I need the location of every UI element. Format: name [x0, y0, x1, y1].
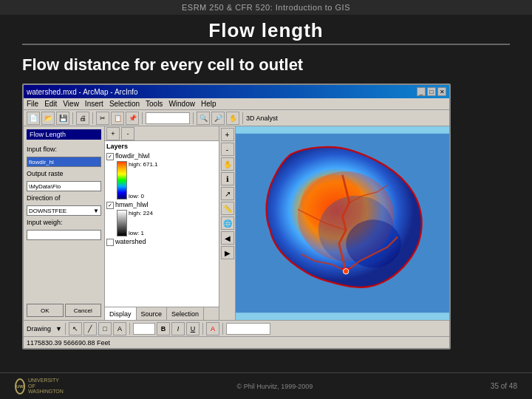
- nav-globe-btn[interactable]: 🌐: [221, 216, 234, 230]
- toolbar-sep4: [193, 112, 194, 124]
- toolbar-sep5: [242, 112, 243, 124]
- course-bar: ESRM 250 & CFR 520: Introduction to GIS: [0, 0, 532, 15]
- nav-back-btn[interactable]: ◀: [221, 231, 234, 245]
- nav-zoom-in-btn[interactable]: +: [221, 128, 234, 141]
- subtitle-section: Flow distance for every cell to outlet: [0, 45, 532, 81]
- font-underline-btn[interactable]: U: [186, 322, 200, 335]
- arcmap-drawbar: Drawing ▼ ↖ ╱ □ A 10 B I U A Arial: [24, 320, 449, 336]
- toolbar-print[interactable]: 🖨: [76, 112, 89, 125]
- ok-button[interactable]: OK: [27, 304, 64, 317]
- font-name-input[interactable]: Arial: [226, 323, 270, 335]
- arcmap-menubar: File Edit View Insert Selection Tools Wi…: [24, 98, 449, 110]
- svg-point-4: [346, 219, 401, 267]
- output-raster-label: Output raste: [27, 170, 101, 177]
- direction-dropdown[interactable]: DOWNSTFEE ▼: [27, 205, 101, 216]
- flowdir-low-label: low: 0: [129, 193, 158, 200]
- svg-point-6: [343, 269, 348, 274]
- nav-select-btn[interactable]: ↗: [221, 187, 234, 200]
- university-logo: UW UNIVERSITY OF WASHINGTON: [15, 378, 59, 395]
- toc-tab-display[interactable]: Display: [105, 307, 137, 320]
- font-bold-btn[interactable]: B: [157, 322, 170, 335]
- nav-pan-btn[interactable]: ✋: [221, 157, 234, 171]
- input-flow-value[interactable]: flowdir_hl: [27, 157, 101, 167]
- slide-container: ESRM 250 & CFR 520: Introduction to GIS …: [0, 0, 532, 399]
- toolbar-open[interactable]: 📂: [41, 112, 55, 125]
- cancel-button[interactable]: Cancel: [65, 304, 102, 317]
- toolbar-pan[interactable]: ✋: [226, 112, 239, 125]
- arcmap-window-controls: _ □ ✕: [417, 87, 446, 96]
- font-italic-btn[interactable]: I: [171, 322, 185, 335]
- output-raster-value[interactable]: \MyData\Flo: [27, 181, 101, 191]
- minimize-button[interactable]: _: [417, 87, 426, 96]
- map-area: [236, 126, 449, 320]
- scale-input[interactable]: 1:57,024: [146, 112, 190, 124]
- toolbar-sep2: [92, 112, 93, 124]
- toolbar-zoom-in[interactable]: 🔍: [197, 112, 210, 125]
- toc-content: Layers ✓ flowdir_hlwl high: 671.1: [105, 141, 219, 307]
- input-flow-label: Input flow:: [27, 146, 101, 153]
- toc-layer-name-flowdir: flowdir_hlwl: [115, 152, 158, 160]
- weight-label: Input weigh:: [27, 219, 101, 226]
- toolbar-new[interactable]: 📄: [27, 112, 40, 125]
- footer-page: 35 of 48: [491, 382, 517, 390]
- nav-buttons-panel: + - ✋ ℹ ↗ 📏 🌐 ◀ ▶: [219, 126, 236, 320]
- arcmap-statusbar: 1175830.39 566690.88 Feet: [24, 336, 449, 348]
- toolbar-zoom-out[interactable]: 🔎: [211, 112, 225, 125]
- toolbar-paste[interactable]: 📌: [126, 112, 139, 125]
- toolbar-copy[interactable]: 📋: [111, 112, 124, 125]
- toc-checkbox-hmwn[interactable]: ✓: [106, 202, 114, 209]
- nav-forward-btn[interactable]: ▶: [221, 246, 234, 259]
- menu-selection[interactable]: Selection: [109, 100, 140, 108]
- arcmap-title: watershed.mxd - ArcMap - ArcInfo: [27, 88, 138, 96]
- arcmap-window: watershed.mxd - ArcMap - ArcInfo _ □ ✕ F…: [22, 83, 451, 349]
- weight-input[interactable]: [27, 230, 101, 240]
- toc-panel: + - Layers ✓ flowdir_hlwl: [105, 126, 219, 320]
- toc-layer-watershed: watershed: [106, 238, 217, 246]
- maximize-button[interactable]: □: [427, 87, 436, 96]
- menu-insert[interactable]: Insert: [85, 100, 103, 108]
- toolbar-sep3: [142, 112, 143, 124]
- draw-line-btn[interactable]: ╱: [83, 322, 97, 335]
- menu-view[interactable]: View: [63, 100, 79, 108]
- menu-window[interactable]: Window: [168, 100, 195, 108]
- panel-buttons: OK Cancel: [27, 304, 101, 317]
- slide-footer: UW UNIVERSITY OF WASHINGTON © Phil Hurvi…: [0, 372, 532, 399]
- draw-rect-btn[interactable]: □: [98, 322, 112, 335]
- menu-file[interactable]: File: [27, 100, 38, 108]
- nav-measure-btn[interactable]: 📏: [221, 202, 234, 215]
- nav-identify-btn[interactable]: ℹ: [221, 172, 234, 185]
- toc-checkbox-flowdir[interactable]: ✓: [106, 153, 114, 160]
- logo-circle: UW: [15, 378, 25, 395]
- draw-dropdown-arrow[interactable]: ▼: [55, 325, 62, 332]
- close-button[interactable]: ✕: [437, 87, 446, 96]
- watershed-map: [236, 126, 449, 320]
- toc-checkbox-watershed[interactable]: [106, 239, 114, 246]
- toc-remove-btn[interactable]: -: [121, 127, 134, 140]
- toc-layer-flowdir: ✓ flowdir_hlwl high: 671.1 low: 0: [106, 152, 217, 200]
- flow-length-panel: Flow Length Input flow: flowdir_hl Outpu…: [24, 126, 105, 320]
- hmwn-high-label: high: 224: [129, 210, 153, 216]
- subtitle-text: Flow distance for every cell to outlet: [22, 55, 303, 74]
- course-title: ESRM 250 & CFR 520: Introduction to GIS: [182, 3, 350, 12]
- draw-pointer-btn[interactable]: ↖: [69, 322, 82, 335]
- toolbar-cut[interactable]: ✂: [96, 112, 109, 125]
- menu-help[interactable]: Help: [201, 100, 216, 108]
- hmwn-low-label: low: 1: [129, 230, 153, 236]
- draw-sep4: [222, 323, 223, 335]
- toc-tab-source[interactable]: Source: [137, 307, 168, 320]
- toc-layers-label: Layers: [106, 143, 217, 150]
- font-size-input[interactable]: 10: [133, 323, 155, 335]
- toolbar-save[interactable]: 💾: [56, 112, 69, 125]
- logo-uw: UW: [16, 384, 24, 389]
- toc-tab-selection[interactable]: Selection: [167, 307, 204, 320]
- nav-zoom-out-btn[interactable]: -: [221, 143, 234, 156]
- menu-edit[interactable]: Edit: [44, 100, 57, 108]
- toc-add-btn[interactable]: +: [106, 127, 120, 140]
- font-color-btn[interactable]: A: [206, 322, 219, 335]
- flow-length-title: Flow Length: [27, 129, 101, 140]
- draw-text-btn[interactable]: A: [113, 322, 126, 335]
- direction-value: DOWNSTFEE: [29, 208, 66, 214]
- university-name: UNIVERSITY OF WASHINGTON: [28, 378, 64, 395]
- slide-title: Flow length: [208, 19, 323, 41]
- menu-tools[interactable]: Tools: [146, 100, 163, 108]
